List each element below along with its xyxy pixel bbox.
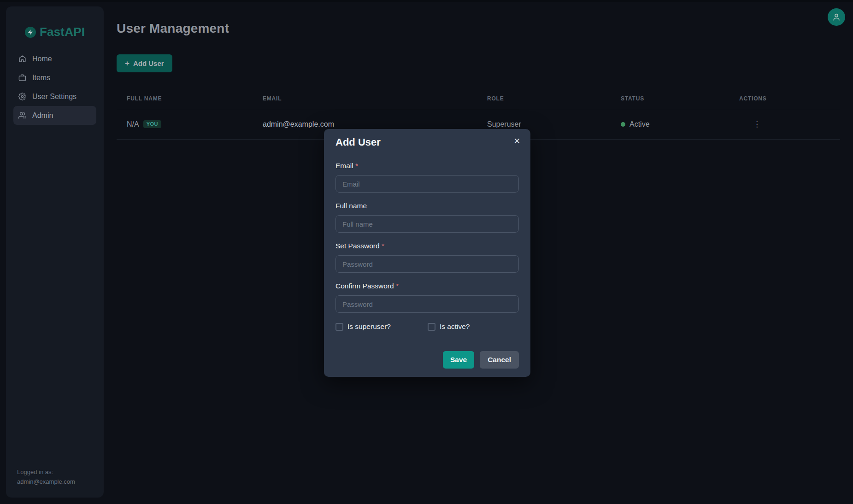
plus-icon: + <box>125 59 129 67</box>
set-password-field-group: Set Password * <box>335 242 519 273</box>
cell-email: admin@example.com <box>253 120 477 129</box>
logged-in-as: Logged in as: admin@example.com <box>17 467 75 486</box>
cell-full-name: N/A YOU <box>117 120 253 129</box>
fastapi-logo-icon <box>25 27 36 38</box>
full-name-field-group: Full name <box>335 202 519 233</box>
is-active-label: Is active? <box>440 322 470 331</box>
cell-role: Superuser <box>477 120 611 129</box>
table-header-row: FULL NAME EMAIL ROLE STATUS ACTIONS <box>117 88 840 109</box>
modal-body: Email * Full name Set Password * Confirm… <box>335 162 519 369</box>
status-active-dot <box>621 122 625 127</box>
page-title: User Management <box>117 21 229 36</box>
modal-actions: Save Cancel <box>335 351 519 369</box>
sidebar-item-admin[interactable]: Admin <box>13 106 96 125</box>
confirm-password-field[interactable] <box>335 295 519 313</box>
add-user-modal: Add User ✕ Email * Full name Set Passwor… <box>324 129 530 377</box>
full-name-value: N/A <box>127 120 139 129</box>
cell-status: Active <box>611 120 729 129</box>
required-mark: * <box>382 242 384 250</box>
cell-actions: ⋮ <box>729 118 840 130</box>
status-label: Active <box>629 120 650 129</box>
users-icon <box>18 111 26 119</box>
email-field-group: Email * <box>335 162 519 193</box>
sidebar-item-label: User Settings <box>32 93 76 101</box>
modal-title: Add User <box>335 136 381 148</box>
sidebar-item-label: Items <box>32 74 50 82</box>
sidebar-item-label: Home <box>32 55 52 63</box>
you-badge: YOU <box>143 120 161 128</box>
is-superuser-label: Is superuser? <box>347 322 391 331</box>
close-icon[interactable]: ✕ <box>510 135 524 148</box>
cancel-button[interactable]: Cancel <box>480 351 519 369</box>
sidebar: FastAPI Home Items User Settings Admin <box>6 6 104 498</box>
add-user-button[interactable]: + Add User <box>117 54 172 72</box>
gear-icon <box>18 93 26 100</box>
save-button[interactable]: Save <box>443 351 474 369</box>
sidebar-item-user-settings[interactable]: User Settings <box>13 87 96 106</box>
required-mark: * <box>396 282 399 290</box>
is-superuser-checkbox-input[interactable] <box>335 323 343 331</box>
checkbox-row: Is superuser? Is active? <box>335 322 519 331</box>
col-header-email: EMAIL <box>253 95 477 102</box>
sidebar-item-home[interactable]: Home <box>13 49 96 68</box>
confirm-password-label: Confirm Password * <box>335 282 519 290</box>
logged-in-email: admin@example.com <box>17 477 75 486</box>
brand-name: FastAPI <box>40 25 85 39</box>
home-icon <box>18 55 26 63</box>
logged-in-label: Logged in as: <box>17 467 75 477</box>
is-superuser-checkbox[interactable]: Is superuser? <box>335 322 428 331</box>
row-actions-kebab-icon[interactable]: ⋮ <box>750 118 764 130</box>
briefcase-icon <box>18 74 26 82</box>
sidebar-nav: Home Items User Settings Admin <box>6 49 104 125</box>
confirm-password-field-group: Confirm Password * <box>335 282 519 313</box>
is-active-checkbox-input[interactable] <box>428 323 435 331</box>
col-header-status: STATUS <box>611 95 729 102</box>
email-label: Email * <box>335 162 519 170</box>
required-mark: * <box>355 162 358 170</box>
set-password-label: Set Password * <box>335 242 519 250</box>
full-name-label: Full name <box>335 202 519 210</box>
email-field[interactable] <box>335 175 519 193</box>
col-header-actions: ACTIONS <box>729 95 840 102</box>
is-active-checkbox[interactable]: Is active? <box>428 322 470 331</box>
sidebar-item-label: Admin <box>32 111 53 120</box>
sidebar-item-items[interactable]: Items <box>13 68 96 87</box>
col-header-full-name: FULL NAME <box>117 95 253 102</box>
set-password-field[interactable] <box>335 255 519 273</box>
fastapi-logo: FastAPI <box>6 25 104 39</box>
full-name-field[interactable] <box>335 215 519 233</box>
col-header-role: ROLE <box>477 95 611 102</box>
add-user-label: Add User <box>133 59 164 67</box>
